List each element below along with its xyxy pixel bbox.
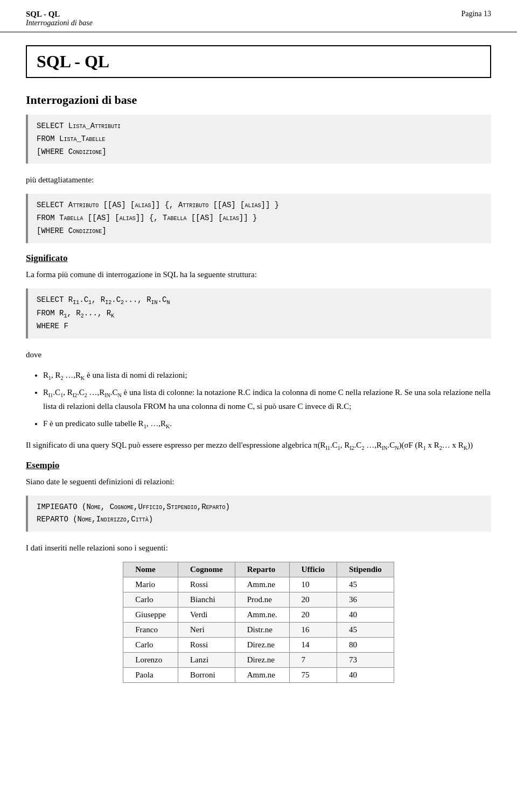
table-cell: Paola [123, 668, 178, 683]
table-cell: Mario [123, 577, 178, 592]
main-title: SQL - QL [26, 45, 491, 78]
table-row: CarloRossiDirez.ne1480 [123, 638, 394, 653]
section-title: Interrogazioni di base [26, 93, 491, 107]
table-cell: Lorenzo [123, 653, 178, 668]
esempio-title: Esempio [26, 460, 491, 471]
table-cell: 36 [337, 592, 394, 608]
table-row: LorenzoLanziDirez.ne773 [123, 653, 394, 668]
relations-code-block: IMPIEGATO (Nome, Cognome,Ufficio,Stipend… [26, 496, 491, 532]
table-wrapper: Nome Cognome Reparto Ufficio Stipendio M… [26, 562, 491, 683]
bullet-item-1: R1, R2 …,RK è una lista di nomi di relaz… [43, 369, 491, 383]
table-cell: 80 [337, 638, 394, 653]
page-header: SQL - QL Interrogazioni di base Pagina 1… [0, 0, 517, 32]
table-cell: Lanzi [178, 653, 235, 668]
table-cell: Prod.ne [235, 592, 289, 608]
table-cell: Amm.ne [235, 577, 289, 592]
table-row: FrancoNeriDistr.ne1645 [123, 623, 394, 638]
table-row: CarloBianchiProd.ne2036 [123, 592, 394, 608]
table-cell: Rossi [178, 577, 235, 592]
table-cell: 45 [337, 577, 394, 592]
dove-label: dove [26, 348, 491, 361]
bullet-list: R1, R2 …,RK è una lista di nomi di relaz… [43, 369, 491, 431]
table-cell: Giuseppe [123, 608, 178, 623]
page-number: Pagina 13 [461, 10, 491, 18]
page-content: SQL - QL Interrogazioni di base SELECT L… [0, 32, 517, 709]
query-code-block: SELECT RI1.C1, RI2.C2..., RIN.CN FROM R1… [26, 288, 491, 338]
table-cell: Direz.ne [235, 653, 289, 668]
col-nome: Nome [123, 562, 178, 577]
table-cell: 7 [289, 653, 337, 668]
table-header-row: Nome Cognome Reparto Ufficio Stipendio [123, 562, 394, 577]
table-cell: 20 [289, 592, 337, 608]
col-reparto: Reparto [235, 562, 289, 577]
table-row: PaolaBorroniAmm.ne7540 [123, 668, 394, 683]
table-cell: Carlo [123, 592, 178, 608]
table-cell: Distr.ne [235, 623, 289, 638]
table-cell: 45 [337, 623, 394, 638]
bullet-item-2: RI1.C1, RI2.C2 …,RIN.CN è una lista di c… [43, 386, 491, 414]
col-ufficio: Ufficio [289, 562, 337, 577]
table-cell: 20 [289, 608, 337, 623]
esempio-description: Siano date le seguenti definizioni di re… [26, 475, 491, 488]
data-table: Nome Cognome Reparto Ufficio Stipendio M… [123, 562, 394, 683]
col-stipendio: Stipendio [337, 562, 394, 577]
table-cell: 14 [289, 638, 337, 653]
table-row: GiuseppeVerdiAmm.ne.2040 [123, 608, 394, 623]
data-label: I dati inseriti nelle relazioni sono i s… [26, 541, 491, 554]
table-cell: Amm.ne [235, 668, 289, 683]
table-cell: 10 [289, 577, 337, 592]
detail-code-block: SELECT Attributo [[AS] [alias]] {, Attri… [26, 194, 491, 243]
table-cell: Amm.ne. [235, 608, 289, 623]
intro-code-block: SELECT Lista_Attributi FROM Lista_Tabell… [26, 115, 491, 164]
algebraic-note: Il significato di una query SQL può esse… [26, 439, 491, 453]
table-cell: Franco [123, 623, 178, 638]
bullet-item-3: F è un predicato sulle tabelle R1, …,RK. [43, 417, 491, 431]
more-label: più dettagliatamente: [26, 173, 491, 186]
table-cell: Neri [178, 623, 235, 638]
table-cell: Verdi [178, 608, 235, 623]
table-cell: 40 [337, 668, 394, 683]
table-cell: Direz.ne [235, 638, 289, 653]
header-left: SQL - QL Interrogazioni di base [26, 10, 93, 27]
table-cell: Carlo [123, 638, 178, 653]
table-cell: Borroni [178, 668, 235, 683]
table-cell: 75 [289, 668, 337, 683]
table-cell: Bianchi [178, 592, 235, 608]
table-cell: 40 [337, 608, 394, 623]
table-cell: Rossi [178, 638, 235, 653]
header-title: SQL - QL [26, 10, 93, 19]
header-subtitle: Interrogazioni di base [26, 19, 93, 27]
significato-title: Significato [26, 253, 491, 264]
table-row: MarioRossiAmm.ne1045 [123, 577, 394, 592]
table-cell: 73 [337, 653, 394, 668]
col-cognome: Cognome [178, 562, 235, 577]
table-cell: 16 [289, 623, 337, 638]
significato-description: La forma più comune di interrogazione in… [26, 268, 491, 281]
